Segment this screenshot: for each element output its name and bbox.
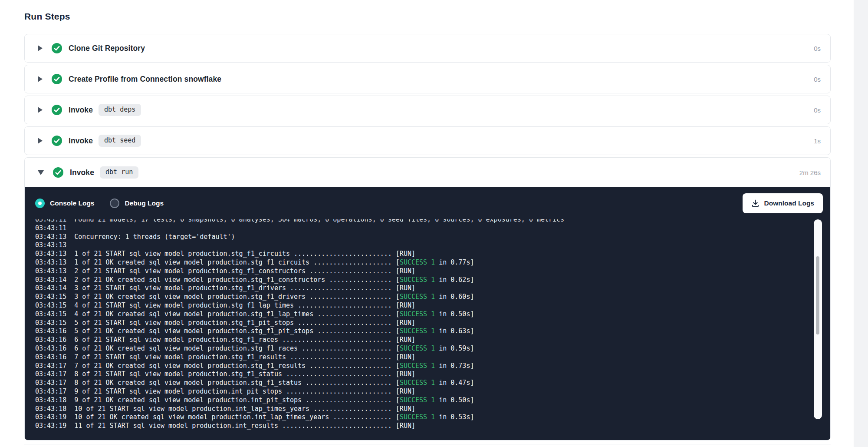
console-logs-panel: Console Logs Debug Logs Download Logs 03… [25, 187, 830, 440]
step-status [52, 74, 62, 84]
step-header[interactable]: Invokedbt run2m 26s [25, 158, 830, 187]
log-line: 03:43:16 7 of 21 START sql view model pr… [35, 353, 830, 362]
step-duration: 0s [814, 76, 821, 83]
success-label: SUCCESS 1 [400, 344, 435, 352]
debug-logs-tab-label[interactable]: Debug Logs [125, 199, 164, 207]
log-scrollbar-thumb[interactable] [816, 256, 819, 334]
step-header[interactable]: Invokedbt deps0s [25, 96, 830, 124]
step-duration: 1s [814, 137, 821, 145]
success-label: SUCCESS 1 [400, 379, 435, 387]
success-label: SUCCESS 1 [400, 362, 435, 370]
step-duration: 2m 26s [799, 169, 821, 176]
run-steps-list: Clone Git Repository0sCreate Profile fro… [24, 34, 831, 443]
log-line: 03:43:17 7 of 21 OK created sql view mod… [35, 362, 830, 371]
log-line: 03:43:14 2 of 21 OK created sql view mod… [35, 276, 830, 285]
success-label: SUCCESS 1 [400, 396, 435, 404]
log-line: 03:43:17 8 of 21 START sql view model pr… [35, 370, 830, 379]
step-header[interactable]: Invokedbt seed1s [25, 127, 830, 155]
success-check-icon [52, 136, 62, 146]
log-line: 03:43:11 [35, 224, 830, 233]
success-check-icon [52, 74, 62, 84]
success-label: SUCCESS 1 [400, 310, 435, 318]
success-check-icon [53, 167, 63, 178]
log-line: 03:43:16 6 of 21 START sql view model pr… [35, 336, 830, 344]
step-title: Invoke [70, 168, 94, 177]
log-line: 03:43:17 8 of 21 OK created sql view mod… [35, 379, 830, 387]
step-command-badge: dbt run [100, 166, 138, 179]
step-duration: 0s [814, 45, 821, 52]
step-command-badge: dbt seed [99, 135, 141, 147]
step-command-badge: dbt deps [99, 104, 141, 116]
log-line: 03:43:15 3 of 21 OK created sql view mod… [35, 293, 830, 301]
log-line: 03:43:16 5 of 21 OK created sql view mod… [35, 327, 830, 336]
step-duration: 0s [814, 106, 821, 114]
step-header[interactable]: Create Profile from Connection snowflake… [25, 65, 830, 93]
success-label: SUCCESS 1 [400, 276, 435, 284]
step-title: Create Profile from Connection snowflake [69, 75, 221, 84]
log-line: 03:43:18 9 of 21 OK created sql view mod… [35, 396, 830, 405]
log-line: 03:43:16 6 of 21 OK created sql view mod… [35, 344, 830, 353]
debug-logs-radio[interactable] [110, 199, 119, 208]
log-toolbar: Console Logs Debug Logs Download Logs [25, 187, 830, 219]
console-log-viewport[interactable]: 03:43:11 Found 21 models, 17 tests, 0 sn… [25, 219, 830, 440]
step-status [53, 167, 63, 178]
step-title: Invoke [69, 136, 93, 146]
expand-caret-icon[interactable] [38, 107, 43, 113]
page-right-gutter [854, 0, 868, 447]
collapse-caret-icon[interactable] [38, 170, 44, 175]
log-line: 03:43:19 11 of 21 START sql view model p… [35, 422, 830, 430]
log-scrollbar-track[interactable] [814, 219, 822, 419]
step-header[interactable]: Clone Git Repository0s [25, 34, 830, 62]
log-line: 03:43:13 1 of 21 START sql view model pr… [35, 250, 830, 258]
expand-caret-icon[interactable] [38, 76, 43, 82]
step-title: Invoke [69, 106, 93, 115]
step-status [52, 105, 62, 115]
expand-caret-icon[interactable] [38, 138, 43, 144]
download-logs-label: Download Logs [764, 199, 814, 207]
success-check-icon [52, 105, 62, 115]
console-log-lines: 03:43:11 Found 21 models, 17 tests, 0 sn… [35, 219, 830, 430]
step-card: Invokedbt deps0s [24, 96, 831, 124]
bottom-divider [24, 444, 831, 444]
radio-selected-dot [38, 202, 42, 205]
log-line: 03:43:14 3 of 21 START sql view model pr… [35, 284, 830, 293]
console-logs-radio[interactable] [35, 199, 45, 208]
download-logs-button[interactable]: Download Logs [743, 193, 823, 213]
step-card: Clone Git Repository0s [24, 34, 831, 63]
success-label: SUCCESS 1 [400, 413, 435, 421]
success-label: SUCCESS 1 [400, 293, 435, 301]
expand-caret-icon[interactable] [38, 45, 43, 51]
log-line: 03:43:15 4 of 21 START sql view model pr… [35, 301, 830, 310]
success-label: SUCCESS 1 [400, 258, 435, 266]
log-line: 03:43:19 10 of 21 OK created sql view mo… [35, 413, 830, 422]
success-label: SUCCESS 1 [400, 327, 435, 335]
log-line: 03:43:11 Found 21 models, 17 tests, 0 sn… [35, 219, 830, 224]
log-line: 03:43:13 1 of 21 OK created sql view mod… [35, 258, 830, 267]
log-line: 03:43:15 5 of 21 START sql view model pr… [35, 319, 830, 328]
console-logs-tab-label[interactable]: Console Logs [50, 199, 94, 207]
log-line: 03:43:13 2 of 21 START sql view model pr… [35, 267, 830, 276]
download-icon [751, 199, 760, 208]
step-card: Invokedbt seed1s [24, 126, 831, 155]
log-line: 03:43:13 [35, 241, 830, 250]
page-title: Run Steps [24, 11, 70, 22]
success-check-icon [52, 43, 62, 53]
step-title: Clone Git Repository [69, 44, 145, 53]
log-line: 03:43:13 Concurrency: 1 threads (target=… [35, 233, 830, 242]
log-line: 03:43:17 9 of 21 START sql view model pr… [35, 387, 830, 396]
log-line: 03:43:18 10 of 21 START sql view model p… [35, 405, 830, 414]
step-status [52, 43, 62, 53]
step-card: Create Profile from Connection snowflake… [24, 65, 831, 93]
step-status [52, 136, 62, 146]
step-card: Invokedbt run2m 26s Console Logs Debug L… [24, 157, 831, 440]
log-line: 03:43:15 4 of 21 OK created sql view mod… [35, 310, 830, 319]
